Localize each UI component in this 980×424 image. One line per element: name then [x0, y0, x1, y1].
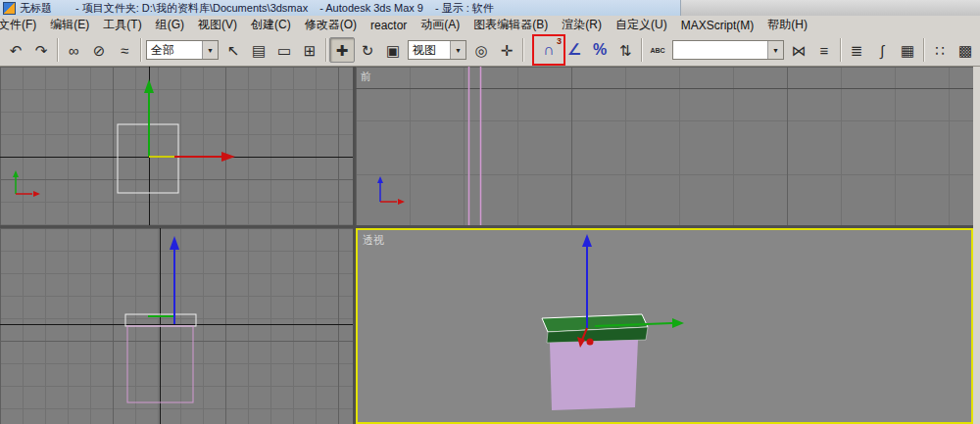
selection-filter-dropdown[interactable]: 全部 ▼ — [146, 40, 219, 60]
reference-coordinate-system-dropdown[interactable]: 视图 ▼ — [408, 40, 466, 60]
toolbar-separator — [140, 38, 141, 62]
background-window-titlebar — [680, 0, 980, 16]
toolbar-separator — [57, 38, 58, 62]
viewport-left[interactable] — [0, 228, 353, 424]
3ds-max-window: 无标题 - 项目文件夹: D:\我的资料库\Documents\3dsmax -… — [0, 0, 980, 424]
toolbar-separator — [840, 38, 841, 62]
spinner-snap-icon: ⇅ — [619, 43, 632, 58]
link-icon: ∞ — [69, 43, 79, 58]
select-and-rotate-button[interactable]: ↻ — [355, 37, 380, 63]
select-object-button[interactable]: ↖ — [220, 37, 246, 63]
command-panel-edge — [973, 67, 980, 424]
edit-named-selections-button[interactable]: ABC — [645, 37, 670, 63]
main-toolbar: ↶ ↷ ∞ ⊘ ≈ 全部 ▼ ↖ ▤ ▭ ⊞ ✚ ↻ ▣ 视图 ▼ ◎ ✛ ∩ … — [0, 34, 980, 67]
use-pivot-point-center-button[interactable]: ◎ — [468, 37, 494, 63]
window-title-project: - 项目文件夹: D:\我的资料库\Documents\3dsmax — [75, 1, 308, 16]
manipulate-icon: ✛ — [501, 43, 514, 58]
snap-toggle-group: ∩ 3 — [536, 37, 562, 63]
select-cursor-icon: ↖ — [227, 43, 240, 58]
select-and-link-button[interactable]: ∞ — [61, 37, 86, 63]
app-icon — [3, 2, 16, 15]
menubar: 文件(F) 编辑(E) 工具(T) 组(G) 视图(V) 创建(C) 修改器(O… — [0, 16, 980, 35]
menu-item-group[interactable]: 组(G) — [149, 16, 191, 35]
viewport-top[interactable] — [0, 67, 353, 225]
align-button[interactable]: ≡ — [811, 37, 837, 63]
menu-item-file[interactable]: 文件(F) — [0, 16, 43, 35]
titlebar[interactable]: 无标题 - 项目文件夹: D:\我的资料库\Documents\3dsmax -… — [0, 0, 980, 16]
menu-item-modifiers[interactable]: 修改器(O) — [298, 16, 364, 35]
menu-item-maxscript[interactable]: MAXScript(M) — [674, 17, 761, 34]
named-selection-icon: ABC — [650, 47, 664, 54]
menu-item-reactor[interactable]: reactor — [364, 17, 414, 34]
viewport-front-label[interactable]: 前 — [361, 70, 371, 84]
rotate-icon: ↻ — [362, 43, 374, 58]
scene-object[interactable] — [542, 314, 648, 410]
chevron-down-icon: ▼ — [450, 41, 466, 59]
axis-tripod-icon — [13, 170, 40, 197]
redo-icon: ↷ — [35, 43, 48, 58]
toolbar-separator — [641, 38, 642, 62]
unlink-icon: ⊘ — [93, 43, 106, 58]
move-gizmo[interactable] — [148, 236, 179, 324]
bind-to-space-warp-button[interactable]: ≈ — [112, 37, 137, 63]
render-setup-button[interactable]: ▩ — [953, 37, 978, 63]
select-by-name-button[interactable]: ▤ — [246, 37, 271, 63]
menu-item-tools[interactable]: 工具(T) — [96, 16, 148, 35]
percent-snap-toggle[interactable]: % — [587, 37, 612, 63]
front-viewport-canvas — [356, 67, 973, 225]
schematic-view-button[interactable]: ▦ — [895, 37, 920, 63]
percent-snap-icon: % — [593, 42, 607, 58]
window-title-app: - Autodesk 3ds Max 9 — [319, 2, 423, 14]
move-gizmo[interactable] — [144, 79, 235, 162]
undo-icon: ↶ — [10, 43, 23, 58]
angle-snap-icon: ∠ — [567, 42, 581, 58]
left-viewport-canvas — [0, 228, 353, 424]
select-and-move-button[interactable]: ✚ — [329, 37, 355, 63]
material-editor-button[interactable]: ∷ — [927, 37, 953, 63]
toolbar-separator — [325, 38, 326, 62]
menu-item-create[interactable]: 创建(C) — [244, 16, 298, 35]
mirror-button[interactable]: ⋈ — [786, 37, 811, 63]
top-viewport-canvas — [0, 67, 353, 225]
curve-editor-button[interactable]: ∫ — [869, 37, 895, 63]
layers-icon: ≣ — [851, 43, 863, 58]
select-and-scale-button[interactable]: ▣ — [380, 37, 406, 63]
menu-item-customize[interactable]: 自定义(U) — [609, 16, 674, 35]
rectangular-selection-region-button[interactable]: ▭ — [271, 37, 297, 63]
align-icon: ≡ — [820, 43, 829, 58]
snap-magnet-icon: ∩ — [543, 42, 555, 58]
unlink-selection-button[interactable]: ⊘ — [86, 37, 112, 63]
viewport-perspective-label[interactable]: 透视 — [363, 233, 384, 248]
viewport-area: 前 — [0, 67, 980, 424]
mirror-icon: ⋈ — [792, 43, 807, 58]
selection-filter-value: 全部 — [151, 42, 174, 59]
spinner-snap-toggle[interactable]: ⇅ — [612, 37, 638, 63]
viewport-perspective[interactable]: 透视 — [356, 228, 973, 424]
selection-region-icon: ▭ — [277, 43, 291, 58]
menu-item-views[interactable]: 视图(V) — [191, 16, 244, 35]
material-editor-icon: ∷ — [935, 43, 945, 58]
toolbar-separator — [522, 38, 523, 62]
snap-mode-badge: 3 — [557, 37, 562, 46]
menu-item-rendering[interactable]: 渲染(R) — [555, 16, 609, 35]
menu-item-edit[interactable]: 编辑(E) — [43, 16, 96, 35]
window-crossing-toggle[interactable]: ⊞ — [297, 37, 322, 63]
layer-manager-button[interactable]: ≣ — [844, 37, 869, 63]
named-selection-dropdown[interactable]: ▼ — [672, 40, 784, 60]
menu-item-animation[interactable]: 动画(A) — [414, 16, 466, 35]
select-and-manipulate-button[interactable]: ✛ — [494, 37, 519, 63]
redo-button[interactable]: ↷ — [28, 37, 54, 63]
angle-snap-toggle[interactable]: ∠ — [562, 37, 587, 63]
undo-button[interactable]: ↶ — [3, 37, 28, 63]
menu-item-help[interactable]: 帮助(H) — [760, 16, 814, 35]
viewport-front[interactable]: 前 — [356, 67, 973, 225]
scene-object-front-edges[interactable] — [469, 67, 481, 225]
chevron-down-icon: ▼ — [767, 41, 783, 59]
snap-toggle-button[interactable]: ∩ 3 — [536, 37, 562, 63]
window-title-document: 无标题 — [20, 1, 52, 16]
axis-tripod-icon — [377, 176, 405, 205]
window-crossing-icon: ⊞ — [304, 43, 317, 58]
select-by-name-icon: ▤ — [252, 43, 266, 58]
menu-item-graph-editors[interactable]: 图表编辑器(B) — [466, 16, 555, 35]
window-title-display: - 显示 : 软件 — [435, 1, 494, 16]
